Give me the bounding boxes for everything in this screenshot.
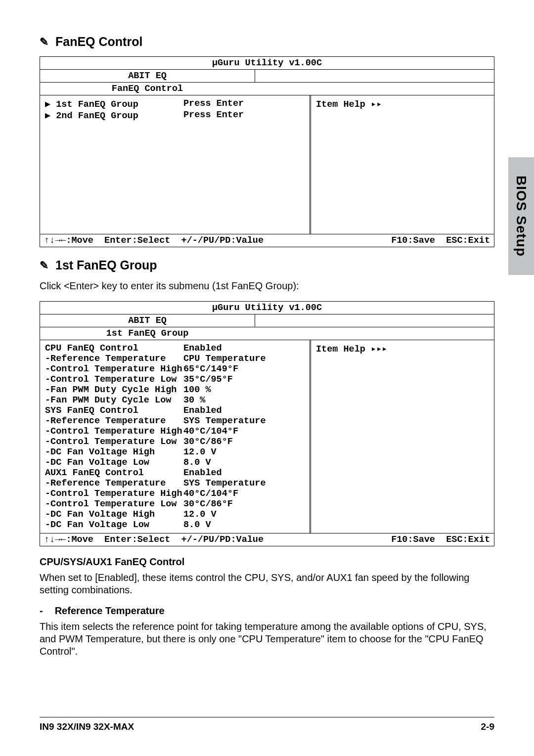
- heading-1st-faneq-group: ✎ 1st FanEQ Group: [40, 258, 494, 272]
- bios-row-value: 30°C/86°F: [183, 499, 233, 509]
- bios-row-value: Press Enter: [183, 98, 244, 110]
- bios-row[interactable]: -Control Temperature High65°C/149°F: [45, 364, 305, 374]
- bios-row-value: Enabled: [183, 468, 222, 478]
- bios-row[interactable]: ▶ 1st FanEQ Group Press Enter: [45, 98, 305, 110]
- bios-row[interactable]: -Control Temperature Low35°C/95°F: [45, 374, 305, 385]
- dash-icon: -: [40, 605, 43, 617]
- bios-row[interactable]: ▶ 2nd FanEQ Group Press Enter: [45, 110, 305, 121]
- bios-row-label: -Control Temperature Low: [45, 374, 183, 385]
- bios-row-value: Enabled: [183, 343, 222, 354]
- bios-row-label: -Control Temperature High: [45, 364, 183, 374]
- bios-help-text: Item Help ▸▸▸: [316, 344, 387, 355]
- bios-row[interactable]: -Reference TemperatureCPU Temperature: [45, 354, 305, 364]
- paragraph: This item selects the reference point fo…: [40, 621, 494, 658]
- subheading-cpu-sys-aux1: CPU/SYS/AUX1 FanEQ Control: [40, 556, 494, 568]
- bios-tab-abit-eq: ABIT EQ: [40, 314, 255, 327]
- bios-row[interactable]: -Reference TemperatureSYS Temperature: [45, 416, 305, 426]
- footer-model: IN9 32X/IN9 32X-MAX: [40, 721, 134, 732]
- bios-row-value: 30°C/86°F: [183, 437, 233, 447]
- side-tab-bios-setup: BIOS Setup: [508, 157, 534, 275]
- bios-row-label: -DC Fan Voltage High: [45, 509, 183, 520]
- bios-tab-empty: [255, 70, 494, 82]
- bios-row-value: 30 %: [183, 395, 205, 405]
- bios-tabs: ABIT EQ: [40, 70, 494, 83]
- bios-row-value: SYS Temperature: [183, 416, 266, 426]
- bios-tab-abit-eq: ABIT EQ: [40, 70, 255, 82]
- bios-row-label: ▶ 2nd FanEQ Group: [45, 110, 183, 121]
- bios-row-label: SYS FanEQ Control: [45, 405, 183, 416]
- bios-footer-left: ↑↓→←:Move Enter:Select +/-/PU/PD:Value: [44, 534, 264, 545]
- bios-subtitle: FanEQ Control: [40, 83, 494, 95]
- bios-row-value: 40°C/104°F: [183, 426, 238, 437]
- paragraph: Click <Enter> key to enter its submenu (…: [40, 280, 494, 292]
- heading-faneq-control: ✎ FanEQ Control: [40, 35, 494, 49]
- pointer-icon: ✎: [40, 36, 48, 48]
- bios-tabs: ABIT EQ: [40, 314, 494, 327]
- bios-row-label: -Control Temperature Low: [45, 437, 183, 447]
- bios-row-value: 12.0 V: [183, 447, 217, 457]
- bios-row[interactable]: AUX1 FanEQ ControlEnabled: [45, 468, 305, 478]
- bios-row-label: -DC Fan Voltage Low: [45, 520, 183, 530]
- bios-footer-left: ↑↓→←:Move Enter:Select +/-/PU/PD:Value: [44, 235, 264, 246]
- bios-row-value: 8.0 V: [183, 520, 211, 530]
- bios-row-value: 8.0 V: [183, 457, 211, 468]
- bios-row[interactable]: -Reference TemperatureSYS Temperature: [45, 478, 305, 489]
- bios-row[interactable]: -Fan PWM Duty Cycle Low30 %: [45, 395, 305, 405]
- bios-row-label: -Reference Temperature: [45, 354, 183, 364]
- bios-row[interactable]: -DC Fan Voltage Low8.0 V: [45, 520, 305, 530]
- bios-help-pane: Item Help ▸▸▸: [311, 340, 494, 533]
- bios-body: ▶ 1st FanEQ Group Press Enter ▶ 2nd FanE…: [40, 95, 494, 234]
- bios-row-label: -Reference Temperature: [45, 478, 183, 489]
- bios-row[interactable]: -DC Fan Voltage Low8.0 V: [45, 457, 305, 468]
- bios-row-label: -Fan PWM Duty Cycle Low: [45, 395, 183, 405]
- subheading-text: Reference Temperature: [55, 605, 165, 617]
- bios-row-label: -Fan PWM Duty Cycle High: [45, 385, 183, 395]
- bios-footer-right: F10:Save ESC:Exit: [391, 534, 490, 545]
- side-tab-label: BIOS Setup: [513, 176, 529, 257]
- bios-help-pane: Item Help ▸▸: [311, 95, 494, 234]
- bios-row[interactable]: -DC Fan Voltage High12.0 V: [45, 447, 305, 457]
- bios-title: µGuru Utility v1.00C: [40, 57, 494, 70]
- bios-box-1st-faneq-group: µGuru Utility v1.00C ABIT EQ 1st FanEQ G…: [40, 301, 494, 546]
- bios-row[interactable]: CPU FanEQ ControlEnabled: [45, 343, 305, 354]
- bios-row-label: AUX1 FanEQ Control: [45, 468, 183, 478]
- paragraph: When set to [Enabled], these items contr…: [40, 572, 494, 596]
- bios-row[interactable]: -Control Temperature Low30°C/86°F: [45, 499, 305, 509]
- bios-row-value: 65°C/149°F: [183, 364, 238, 374]
- bios-box-faneq-control: µGuru Utility v1.00C ABIT EQ FanEQ Contr…: [40, 56, 494, 247]
- bios-row[interactable]: -DC Fan Voltage High12.0 V: [45, 509, 305, 520]
- bios-row-label: ▶ 1st FanEQ Group: [45, 98, 183, 110]
- bios-row-label: -Reference Temperature: [45, 416, 183, 426]
- bios-subtitle-text: 1st FanEQ Group: [40, 328, 255, 339]
- bios-help-text: Item Help ▸▸: [316, 99, 382, 110]
- bios-row[interactable]: -Control Temperature High40°C/104°F: [45, 489, 305, 499]
- bios-row-label: -Control Temperature High: [45, 426, 183, 437]
- bios-row-label: -Control Temperature High: [45, 489, 183, 499]
- bios-row-value: 35°C/95°F: [183, 374, 233, 385]
- bios-row-value: 12.0 V: [183, 509, 217, 520]
- bios-subtitle-text: FanEQ Control: [40, 84, 255, 94]
- bios-row[interactable]: -Fan PWM Duty Cycle High100 %: [45, 385, 305, 395]
- bios-footer: ↑↓→←:Move Enter:Select +/-/PU/PD:Value F…: [40, 234, 494, 247]
- bios-body: CPU FanEQ ControlEnabled-Reference Tempe…: [40, 340, 494, 533]
- bios-row-value: Enabled: [183, 405, 222, 416]
- bios-row-value: 40°C/104°F: [183, 489, 238, 499]
- bios-row-value: 100 %: [183, 385, 211, 395]
- bios-tab-empty: [255, 314, 494, 327]
- bios-row[interactable]: -Control Temperature Low30°C/86°F: [45, 437, 305, 447]
- bios-row-value: CPU Temperature: [183, 354, 266, 364]
- page-footer: IN9 32X/IN9 32X-MAX 2-9: [40, 717, 494, 732]
- bios-row[interactable]: -Control Temperature High40°C/104°F: [45, 426, 305, 437]
- heading-text: FanEQ Control: [55, 35, 142, 49]
- bios-row-label: -Control Temperature Low: [45, 499, 183, 509]
- subheading-reference-temperature: - Reference Temperature: [40, 605, 494, 617]
- heading-text: 1st FanEQ Group: [55, 258, 157, 272]
- bios-row-label: -DC Fan Voltage Low: [45, 457, 183, 468]
- pointer-icon: ✎: [40, 259, 48, 272]
- bios-left-pane: ▶ 1st FanEQ Group Press Enter ▶ 2nd FanE…: [40, 95, 311, 234]
- bios-row[interactable]: SYS FanEQ ControlEnabled: [45, 405, 305, 416]
- bios-left-pane: CPU FanEQ ControlEnabled-Reference Tempe…: [40, 340, 311, 533]
- bios-row-value: Press Enter: [183, 110, 244, 121]
- bios-row-label: -DC Fan Voltage High: [45, 447, 183, 457]
- bios-footer-right: F10:Save ESC:Exit: [391, 235, 490, 246]
